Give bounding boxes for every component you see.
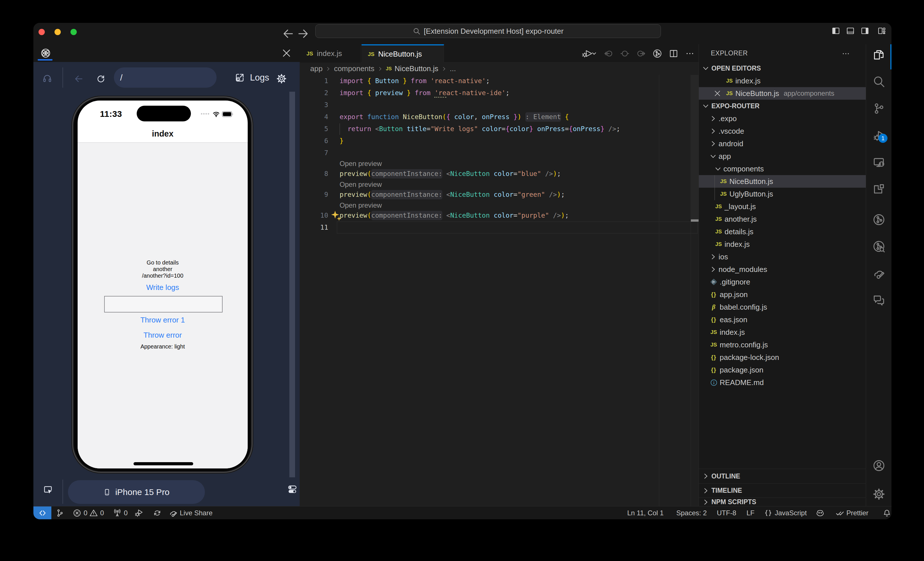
activity-extensions-icon[interactable]	[873, 183, 885, 196]
statusbar-encoding[interactable]: UTF-8	[717, 507, 736, 519]
statusbar-sync[interactable]	[153, 507, 162, 519]
statusbar-formatter[interactable]: Prettier	[836, 507, 868, 519]
code-line-1[interactable]: 1import { Button } from 'react-native';	[300, 75, 699, 87]
throw-error-link[interactable]: Throw error	[78, 331, 248, 340]
history-back-icon[interactable]	[282, 27, 294, 40]
section-npm-scripts[interactable]: NPM SCRIPTS	[699, 498, 866, 506]
toggle-panel-bottom-icon[interactable]	[846, 27, 855, 35]
file--gitignore[interactable]: .gitignore	[699, 276, 866, 288]
statusbar-notifications[interactable]	[883, 507, 891, 519]
codelens-open-preview[interactable]: Open preview	[340, 159, 511, 168]
step-back-icon[interactable]	[604, 49, 613, 58]
radon-ide-tab-icon[interactable]	[40, 48, 51, 58]
activity-accounts-icon[interactable]	[873, 459, 885, 472]
folder-components[interactable]: components	[699, 162, 866, 175]
inspect-element-icon[interactable]	[43, 484, 53, 495]
code-line-8[interactable]: 8preview(componentInstance: <NiceButton …	[300, 168, 699, 180]
statusbar-remote-indicator[interactable]	[33, 507, 51, 519]
code-line-2[interactable]: 2import { preview } from 'react-native-i…	[300, 87, 699, 99]
folder-android[interactable]: android	[699, 137, 866, 150]
traffic-light-minimize[interactable]	[54, 29, 61, 35]
editor-scrollbar-slider[interactable]	[691, 75, 699, 221]
history-forward-icon[interactable]	[297, 27, 309, 40]
statusbar-source-control-status[interactable]	[56, 507, 64, 519]
tab-index-js[interactable]: JS index.js	[300, 44, 361, 63]
codelens-open-preview[interactable]: Open preview	[340, 200, 511, 209]
activity-explorer-icon[interactable]	[873, 48, 885, 61]
folder--vscode[interactable]: .vscode	[699, 125, 866, 137]
codelens-open-preview[interactable]: Open preview	[340, 180, 511, 188]
file-eas-json[interactable]: {}eas.json	[699, 313, 866, 326]
statusbar-eol[interactable]: LF	[747, 507, 754, 519]
record-icon[interactable]	[620, 49, 630, 58]
code-line-4[interactable]: 4export function NiceButton({ color, onP…	[300, 111, 699, 123]
code-line-6[interactable]: 6}	[300, 135, 699, 147]
section-expo-router[interactable]: EXPO-ROUTER	[699, 100, 866, 112]
folder-app[interactable]: app	[699, 150, 866, 162]
statusbar-debug-start[interactable]	[134, 507, 143, 519]
url-back-icon[interactable]	[74, 74, 84, 84]
activity-graph-search-icon[interactable]	[873, 240, 885, 253]
file-babel-config-js[interactable]: βbabel.config.js	[699, 301, 866, 313]
file-index-js[interactable]: JSindex.js	[699, 326, 866, 338]
logs-button[interactable]: Logs	[235, 68, 269, 88]
statusbar-copilot[interactable]	[816, 507, 824, 519]
step-forward-icon[interactable]	[636, 49, 646, 58]
code-line-11[interactable]: 11	[300, 221, 699, 233]
breadcrumb-item[interactable]: ...	[450, 64, 456, 73]
panel-scrollbar[interactable]	[290, 92, 295, 477]
activity-manage-icon[interactable]	[873, 488, 885, 501]
statusbar-warnings[interactable]: 0	[89, 507, 104, 519]
file-readme-md[interactable]: README.md	[699, 376, 866, 389]
section-open-editors[interactable]: OPEN EDITORS	[699, 62, 866, 75]
commit-graph-icon[interactable]	[652, 49, 662, 58]
file-package-lock-json[interactable]: {}package-lock.json	[699, 351, 866, 364]
statusbar-ports[interactable]: 0	[113, 507, 128, 519]
activity-remote-device-icon[interactable]	[873, 156, 885, 168]
iphone-simulator-preview[interactable]: 11:33 index Go to details another /anoth…	[71, 96, 254, 474]
file-metro-config-js[interactable]: JSmetro.config.js	[699, 338, 866, 351]
file-app-json[interactable]: {}app.json	[699, 288, 866, 301]
device-settings-icon[interactable]	[287, 484, 298, 495]
folder-ios[interactable]: ios	[699, 251, 866, 263]
tab-nicebutton-js[interactable]: JS NiceButton.js	[362, 44, 444, 63]
sidebar-more-actions-icon[interactable]	[842, 50, 850, 58]
file-package-json[interactable]: {}package.json	[699, 364, 866, 376]
activity-run-and-debug-icon[interactable]: 1	[873, 129, 885, 142]
file-uglybutton-js[interactable]: JSUglyButton.js	[699, 188, 866, 200]
write-logs-link[interactable]: Write logs	[78, 283, 248, 292]
customize-layout-icon[interactable]	[878, 27, 886, 35]
toggle-panel-right-icon[interactable]	[861, 27, 869, 35]
activity-comments-icon[interactable]	[873, 294, 885, 307]
breadcrumb-item[interactable]: NiceButton.js	[394, 64, 438, 73]
url-bar[interactable]: /	[114, 68, 217, 88]
file-index-js[interactable]: JSindex.js	[699, 238, 866, 251]
open-editor-index-js[interactable]: JSindex.js	[699, 75, 866, 87]
code-line-3[interactable]: 3	[300, 99, 699, 111]
split-editor-icon[interactable]	[669, 49, 678, 58]
panel-close-icon[interactable]	[281, 48, 292, 59]
follow-device-icon[interactable]	[42, 74, 52, 84]
reload-icon[interactable]	[96, 74, 106, 84]
file-details-js[interactable]: JSdetails.js	[699, 226, 866, 238]
more-actions-icon[interactable]	[685, 49, 694, 58]
throw-error-1-link[interactable]: Throw error 1	[78, 316, 248, 325]
toggle-panel-left-icon[interactable]	[831, 27, 840, 35]
activity-live-share-icon[interactable]	[873, 267, 885, 280]
code-editor[interactable]: 1import { Button } from 'react-native';2…	[300, 75, 699, 506]
app-text-input[interactable]	[104, 296, 223, 313]
command-center[interactable]: [Extension Development Host] expo-router	[315, 24, 661, 38]
open-editor-nicebutton-js[interactable]: JSNiceButton.jsapp/components	[699, 87, 866, 100]
code-line-5[interactable]: 5 return <Button title="Write logs" colo…	[300, 123, 699, 135]
traffic-light-maximize[interactable]	[70, 29, 77, 35]
statusbar-indentation[interactable]: Spaces: 2	[676, 507, 707, 519]
breadcrumb-item[interactable]: components	[334, 64, 374, 73]
code-line-7[interactable]: 7	[300, 147, 699, 159]
statusbar-language-mode[interactable]: JavaScript	[764, 507, 807, 519]
panel-settings-gear-icon[interactable]	[276, 74, 287, 84]
activity-source-control-icon[interactable]	[873, 102, 885, 115]
folder-node-modules[interactable]: node_modules	[699, 263, 866, 276]
statusbar-live-share[interactable]: Live Share	[169, 507, 213, 519]
folder--expo[interactable]: .expo	[699, 112, 866, 125]
activity-commit-graph-icon[interactable]	[873, 214, 885, 226]
